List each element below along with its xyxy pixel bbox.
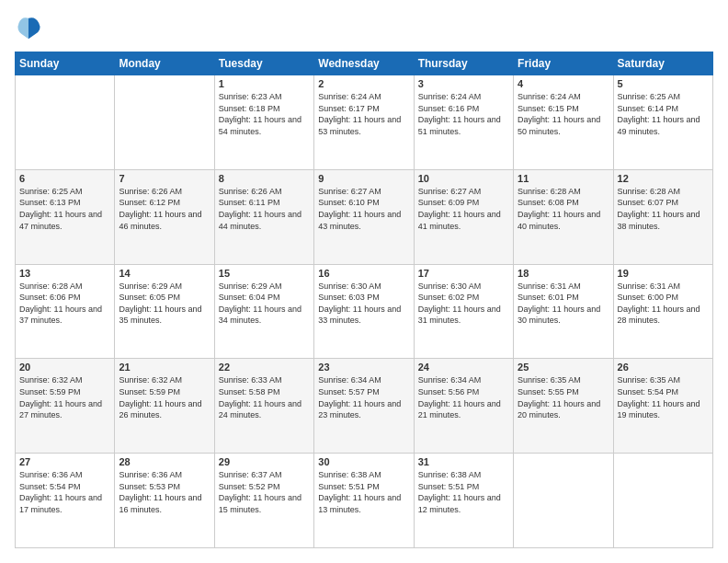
calendar-cell: 29Sunrise: 6:37 AM Sunset: 5:52 PM Dayli… (214, 454, 313, 548)
calendar-week-row: 6Sunrise: 6:25 AM Sunset: 6:13 PM Daylig… (16, 169, 713, 264)
weekday-header: Tuesday (214, 52, 313, 75)
day-info: Sunrise: 6:35 AM Sunset: 5:55 PM Dayligh… (518, 374, 609, 420)
day-info: Sunrise: 6:34 AM Sunset: 5:56 PM Dayligh… (418, 374, 509, 420)
calendar-cell (514, 454, 613, 548)
day-info: Sunrise: 6:27 AM Sunset: 6:09 PM Dayligh… (418, 186, 509, 232)
calendar-cell: 20Sunrise: 6:32 AM Sunset: 5:59 PM Dayli… (16, 359, 115, 454)
day-info: Sunrise: 6:31 AM Sunset: 6:01 PM Dayligh… (518, 281, 609, 327)
day-info: Sunrise: 6:29 AM Sunset: 6:04 PM Dayligh… (219, 281, 310, 327)
calendar-cell: 27Sunrise: 6:36 AM Sunset: 5:54 PM Dayli… (16, 454, 115, 548)
day-number: 27 (19, 456, 110, 467)
day-number: 20 (19, 362, 110, 373)
day-number: 13 (19, 268, 110, 279)
day-number: 23 (318, 362, 409, 373)
calendar-cell: 15Sunrise: 6:29 AM Sunset: 6:04 PM Dayli… (214, 264, 313, 359)
calendar-cell: 22Sunrise: 6:33 AM Sunset: 5:58 PM Dayli… (214, 359, 313, 454)
day-number: 3 (418, 78, 509, 89)
day-number: 19 (618, 268, 709, 279)
day-info: Sunrise: 6:29 AM Sunset: 6:05 PM Dayligh… (119, 281, 210, 327)
calendar-table: SundayMondayTuesdayWednesdayThursdayFrid… (15, 52, 713, 548)
header (15, 15, 713, 42)
day-info: Sunrise: 6:24 AM Sunset: 6:16 PM Dayligh… (418, 91, 509, 137)
day-info: Sunrise: 6:36 AM Sunset: 5:53 PM Dayligh… (119, 469, 210, 515)
calendar-cell: 13Sunrise: 6:28 AM Sunset: 6:06 PM Dayli… (16, 264, 115, 359)
day-info: Sunrise: 6:38 AM Sunset: 5:51 PM Dayligh… (318, 469, 409, 515)
calendar-week-row: 20Sunrise: 6:32 AM Sunset: 5:59 PM Dayli… (16, 359, 713, 454)
day-info: Sunrise: 6:33 AM Sunset: 5:58 PM Dayligh… (219, 374, 310, 420)
day-number: 6 (19, 173, 110, 184)
calendar-cell: 30Sunrise: 6:38 AM Sunset: 5:51 PM Dayli… (314, 454, 414, 548)
day-info: Sunrise: 6:34 AM Sunset: 5:57 PM Dayligh… (318, 374, 409, 420)
weekday-header: Monday (115, 52, 214, 75)
calendar-cell: 28Sunrise: 6:36 AM Sunset: 5:53 PM Dayli… (115, 454, 214, 548)
calendar-header-row: SundayMondayTuesdayWednesdayThursdayFrid… (16, 52, 713, 75)
calendar-cell (613, 454, 712, 548)
day-info: Sunrise: 6:24 AM Sunset: 6:15 PM Dayligh… (518, 91, 609, 137)
day-info: Sunrise: 6:27 AM Sunset: 6:10 PM Dayligh… (318, 186, 409, 232)
calendar-cell: 24Sunrise: 6:34 AM Sunset: 5:56 PM Dayli… (414, 359, 513, 454)
weekday-header: Friday (514, 52, 613, 75)
weekday-header: Sunday (16, 52, 115, 75)
day-number: 10 (418, 173, 509, 184)
calendar-cell: 5Sunrise: 6:25 AM Sunset: 6:14 PM Daylig… (613, 75, 712, 170)
day-number: 5 (618, 78, 709, 89)
weekday-header: Saturday (613, 52, 712, 75)
day-info: Sunrise: 6:26 AM Sunset: 6:12 PM Dayligh… (119, 186, 210, 232)
day-info: Sunrise: 6:30 AM Sunset: 6:03 PM Dayligh… (318, 281, 409, 327)
day-info: Sunrise: 6:25 AM Sunset: 6:14 PM Dayligh… (618, 91, 709, 137)
calendar-cell: 19Sunrise: 6:31 AM Sunset: 6:00 PM Dayli… (613, 264, 712, 359)
day-info: Sunrise: 6:23 AM Sunset: 6:18 PM Dayligh… (219, 91, 310, 137)
day-number: 30 (318, 456, 409, 467)
calendar-week-row: 13Sunrise: 6:28 AM Sunset: 6:06 PM Dayli… (16, 264, 713, 359)
weekday-header: Wednesday (314, 52, 414, 75)
calendar-week-row: 27Sunrise: 6:36 AM Sunset: 5:54 PM Dayli… (16, 454, 713, 548)
calendar-cell (115, 75, 214, 170)
day-number: 14 (119, 268, 210, 279)
day-number: 8 (219, 173, 310, 184)
day-number: 18 (518, 268, 609, 279)
day-number: 29 (219, 456, 310, 467)
day-info: Sunrise: 6:32 AM Sunset: 5:59 PM Dayligh… (119, 374, 210, 420)
day-number: 28 (119, 456, 210, 467)
calendar-cell: 14Sunrise: 6:29 AM Sunset: 6:05 PM Dayli… (115, 264, 214, 359)
day-info: Sunrise: 6:30 AM Sunset: 6:02 PM Dayligh… (418, 281, 509, 327)
day-number: 7 (119, 173, 210, 184)
day-number: 21 (119, 362, 210, 373)
calendar-cell: 6Sunrise: 6:25 AM Sunset: 6:13 PM Daylig… (16, 169, 115, 264)
day-info: Sunrise: 6:28 AM Sunset: 6:06 PM Dayligh… (19, 281, 110, 327)
day-number: 1 (219, 78, 310, 89)
calendar-cell: 9Sunrise: 6:27 AM Sunset: 6:10 PM Daylig… (314, 169, 414, 264)
calendar-cell: 3Sunrise: 6:24 AM Sunset: 6:16 PM Daylig… (414, 75, 513, 170)
day-info: Sunrise: 6:32 AM Sunset: 5:59 PM Dayligh… (19, 374, 110, 420)
calendar-cell: 26Sunrise: 6:35 AM Sunset: 5:54 PM Dayli… (613, 359, 712, 454)
day-info: Sunrise: 6:25 AM Sunset: 6:13 PM Dayligh… (19, 186, 110, 232)
calendar-cell: 16Sunrise: 6:30 AM Sunset: 6:03 PM Dayli… (314, 264, 414, 359)
calendar-cell: 25Sunrise: 6:35 AM Sunset: 5:55 PM Dayli… (514, 359, 613, 454)
day-number: 15 (219, 268, 310, 279)
calendar-cell: 17Sunrise: 6:30 AM Sunset: 6:02 PM Dayli… (414, 264, 513, 359)
calendar-cell (16, 75, 115, 170)
day-info: Sunrise: 6:37 AM Sunset: 5:52 PM Dayligh… (219, 469, 310, 515)
calendar-week-row: 1Sunrise: 6:23 AM Sunset: 6:18 PM Daylig… (16, 75, 713, 170)
logo-icon (15, 15, 42, 42)
day-info: Sunrise: 6:31 AM Sunset: 6:00 PM Dayligh… (618, 281, 709, 327)
calendar-cell: 7Sunrise: 6:26 AM Sunset: 6:12 PM Daylig… (115, 169, 214, 264)
calendar-cell: 31Sunrise: 6:38 AM Sunset: 5:51 PM Dayli… (414, 454, 513, 548)
day-number: 4 (518, 78, 609, 89)
page: SundayMondayTuesdayWednesdayThursdayFrid… (0, 0, 728, 563)
calendar-cell: 18Sunrise: 6:31 AM Sunset: 6:01 PM Dayli… (514, 264, 613, 359)
day-info: Sunrise: 6:26 AM Sunset: 6:11 PM Dayligh… (219, 186, 310, 232)
day-info: Sunrise: 6:35 AM Sunset: 5:54 PM Dayligh… (618, 374, 709, 420)
weekday-header: Thursday (414, 52, 513, 75)
day-number: 24 (418, 362, 509, 373)
calendar-cell: 23Sunrise: 6:34 AM Sunset: 5:57 PM Dayli… (314, 359, 414, 454)
logo (15, 15, 46, 42)
day-number: 25 (518, 362, 609, 373)
day-number: 9 (318, 173, 409, 184)
day-info: Sunrise: 6:28 AM Sunset: 6:08 PM Dayligh… (518, 186, 609, 232)
day-number: 12 (618, 173, 709, 184)
day-number: 16 (318, 268, 409, 279)
calendar-cell: 11Sunrise: 6:28 AM Sunset: 6:08 PM Dayli… (514, 169, 613, 264)
calendar-cell: 12Sunrise: 6:28 AM Sunset: 6:07 PM Dayli… (613, 169, 712, 264)
day-number: 22 (219, 362, 310, 373)
